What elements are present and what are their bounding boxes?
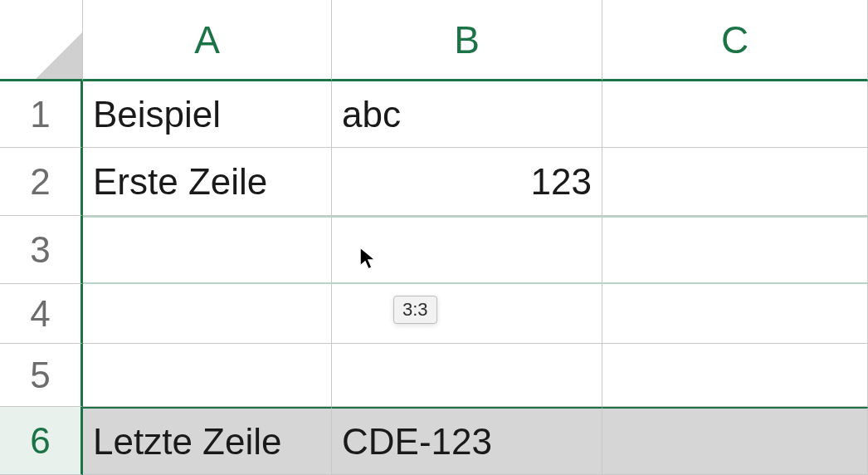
cell-B5[interactable]: [332, 344, 602, 407]
row-header-3[interactable]: 3: [0, 216, 83, 284]
cell-B4[interactable]: [332, 284, 602, 344]
row-header-2[interactable]: 2: [0, 148, 83, 216]
cell-A4[interactable]: [83, 284, 332, 344]
cell-C1[interactable]: [602, 81, 868, 148]
cell-A1[interactable]: Beispiel: [83, 81, 332, 148]
cell-B1[interactable]: abc: [332, 81, 602, 148]
cell-C5[interactable]: [602, 344, 868, 407]
spreadsheet-grid: A B C 1 Beispiel abc 2 Erste Zeile 123 3…: [0, 0, 868, 475]
select-all-corner[interactable]: [0, 0, 83, 81]
cell-B6[interactable]: CDE-123: [332, 407, 602, 475]
cell-B2[interactable]: 123: [332, 148, 602, 216]
column-header-A[interactable]: A: [83, 0, 332, 81]
row-header-4[interactable]: 4: [0, 284, 83, 344]
row-header-1[interactable]: 1: [0, 81, 83, 148]
cell-A3[interactable]: [83, 216, 332, 284]
column-header-B[interactable]: B: [332, 0, 602, 81]
cell-B3[interactable]: [332, 216, 602, 284]
cell-C2[interactable]: [602, 148, 868, 216]
cell-A2[interactable]: Erste Zeile: [83, 148, 332, 216]
row-header-6[interactable]: 6: [0, 407, 83, 475]
row-drag-tooltip: 3:3: [393, 296, 437, 324]
cell-A5[interactable]: [83, 344, 332, 407]
cell-C4[interactable]: [602, 284, 868, 344]
cell-A6[interactable]: Letzte Zeile: [83, 407, 332, 475]
column-header-C[interactable]: C: [602, 0, 868, 81]
cell-C3[interactable]: [602, 216, 868, 284]
row-header-5[interactable]: 5: [0, 344, 83, 407]
cell-C6[interactable]: [602, 407, 868, 475]
